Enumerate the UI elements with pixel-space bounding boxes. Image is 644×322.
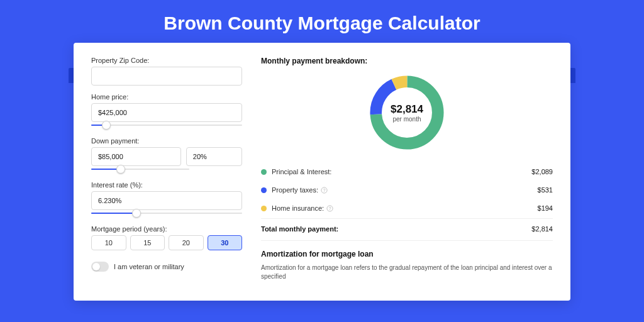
interest-slider[interactable]	[91, 209, 242, 218]
home-price-label: Home price:	[91, 93, 242, 101]
total-row: Total monthly payment: $2,814	[261, 218, 553, 241]
zip-field: Property Zip Code:	[91, 57, 242, 86]
amortization-text: Amortization for a mortgage loan refers …	[261, 264, 553, 281]
donut-chart: $2,814 per month	[366, 72, 448, 153]
down-payment-pct-input[interactable]	[186, 147, 242, 166]
period-btn-15[interactable]: 15	[130, 235, 165, 250]
period-field: Mortgage period (years): 10 15 20 30	[91, 225, 242, 250]
swatch-principal-icon	[261, 169, 267, 175]
veteran-row: I am veteran or military	[91, 262, 242, 272]
down-payment-label: Down payment:	[91, 137, 242, 145]
home-price-slider[interactable]	[91, 121, 242, 130]
amortization-section: Amortization for mortgage loan Amortizat…	[261, 250, 553, 281]
calculator-card: Property Zip Code: Home price: Down paym…	[74, 43, 570, 301]
interest-field: Interest rate (%):	[91, 181, 242, 218]
page-title: Brown County Mortgage Calculator	[0, 0, 644, 43]
legend-home-insurance: Home insurance: ? $194	[261, 199, 553, 217]
total-label: Total monthly payment:	[261, 225, 531, 233]
swatch-ins-icon	[261, 206, 267, 211]
help-icon[interactable]: ?	[321, 187, 328, 194]
home-price-field: Home price:	[91, 93, 242, 130]
legend-tax-label: Property taxes:	[272, 186, 318, 194]
period-btn-10[interactable]: 10	[91, 235, 126, 250]
legend-pi-label: Principal & Interest:	[272, 168, 531, 175]
interest-label: Interest rate (%):	[91, 181, 242, 189]
period-label: Mortgage period (years):	[91, 225, 242, 233]
total-value: $2,814	[531, 225, 553, 233]
home-price-input[interactable]	[91, 103, 242, 122]
donut-chart-wrap: $2,814 per month	[261, 72, 553, 153]
down-payment-field: Down payment:	[91, 137, 242, 174]
down-payment-input[interactable]	[91, 147, 181, 166]
legend-tax-value: $531	[538, 186, 553, 194]
legend-pi-value: $2,089	[531, 168, 553, 175]
period-btn-20[interactable]: 20	[169, 235, 204, 250]
zip-input[interactable]	[91, 67, 242, 86]
help-icon[interactable]: ?	[326, 205, 333, 212]
swatch-tax-icon	[261, 187, 267, 193]
veteran-toggle[interactable]	[91, 262, 109, 272]
legend-ins-label: Home insurance:	[272, 204, 324, 212]
zip-label: Property Zip Code:	[91, 57, 242, 64]
breakdown-panel: Monthly payment breakdown: $2,814 per mo…	[261, 57, 553, 287]
legend-ins-value: $194	[538, 204, 553, 212]
veteran-label: I am veteran or military	[114, 263, 184, 270]
amortization-title: Amortization for mortgage loan	[261, 250, 553, 258]
interest-input[interactable]	[91, 191, 242, 210]
svg-text:?: ?	[329, 206, 331, 211]
legend-property-taxes: Property taxes: ? $531	[261, 180, 553, 199]
down-payment-slider[interactable]	[91, 165, 189, 174]
donut-amount: $2,814	[391, 103, 423, 116]
form-panel: Property Zip Code: Home price: Down paym…	[91, 57, 242, 287]
svg-text:?: ?	[323, 187, 325, 193]
breakdown-title: Monthly payment breakdown:	[261, 57, 553, 65]
period-btn-30[interactable]: 30	[208, 235, 243, 250]
period-row: 10 15 20 30	[91, 235, 242, 250]
legend-principal-interest: Principal & Interest: $2,089	[261, 162, 553, 180]
donut-per: per month	[392, 116, 421, 123]
